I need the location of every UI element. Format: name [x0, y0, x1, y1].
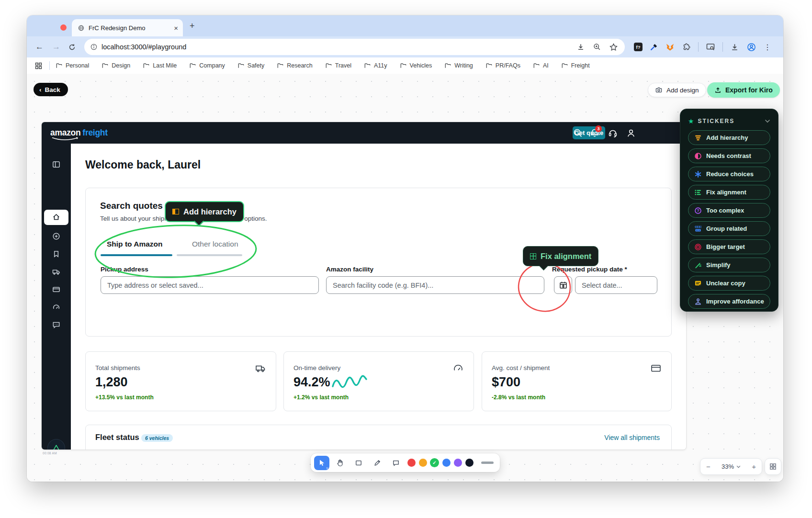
color-swatch-black[interactable] [465, 459, 474, 467]
view-all-shipments-link[interactable]: View all shipments [604, 434, 660, 441]
grid-view-button[interactable] [765, 458, 781, 475]
color-swatch-orange[interactable] [419, 459, 427, 467]
downloads-toolbar-icon[interactable] [730, 43, 739, 52]
bookmark-folder[interactable]: Personal [56, 62, 89, 69]
sidebar-item-shipments[interactable] [52, 267, 61, 276]
bookmark-folder[interactable]: Company [189, 62, 225, 69]
color-swatch-red[interactable] [407, 459, 416, 467]
sticker-fix-alignment[interactable]: Fix alignment [523, 246, 598, 266]
forward-nav-icon: → [52, 42, 60, 52]
search-icon[interactable] [573, 128, 583, 138]
select-tool-button[interactable]: v [314, 456, 329, 470]
bookmark-folder[interactable]: Research [277, 62, 313, 69]
metamask-extension-icon[interactable] [665, 43, 675, 52]
extensions-puzzle-icon[interactable] [682, 43, 691, 52]
calendar-button[interactable] [554, 276, 572, 294]
sticker-fix-alignment-item[interactable]: Fix alignment [688, 185, 770, 200]
bookmark-folder[interactable]: Safety [237, 62, 264, 69]
pencil-tool-button[interactable] [369, 456, 385, 470]
profile-avatar-icon[interactable] [746, 42, 756, 52]
stickers-panel: ★ STICKERS Add hierarchy Needs contrast [680, 109, 778, 312]
rectangle-tool-button[interactable] [350, 456, 367, 470]
color-swatch-purple[interactable] [454, 459, 462, 467]
stroke-width-sample[interactable] [481, 462, 494, 464]
bookmark-folder[interactable]: Design [102, 62, 130, 69]
tab-close-icon[interactable]: × [174, 24, 178, 32]
sidebar-item-saved[interactable] [52, 249, 61, 259]
sticker-unclear-copy-item[interactable]: Unclear copy [688, 276, 770, 291]
download-icon[interactable] [576, 43, 585, 51]
browser-tab[interactable]: FrC Redesign Demo × [72, 19, 183, 36]
drawing-toolbar: v ✓ [311, 453, 500, 472]
export-for-kiro-button[interactable]: Export for Kiro [707, 82, 780, 98]
pencil-icon [373, 459, 381, 467]
sticker-simplify-item[interactable]: Simplify [688, 258, 770, 272]
close-window-button[interactable] [60, 24, 67, 31]
bookmark-folder[interactable]: Travel [325, 62, 351, 69]
bookmark-folder[interactable]: Writing [444, 62, 473, 69]
notifications-bell[interactable]: 3 [589, 128, 600, 138]
sidebar-item-home[interactable] [44, 210, 68, 225]
add-design-button[interactable]: Add design [648, 83, 706, 97]
hand-tool-button[interactable] [332, 456, 348, 470]
pickup-address-label: Pickup address [101, 266, 148, 273]
zoom-control: − 33% + [700, 458, 762, 475]
inspect-device-icon[interactable] [706, 42, 715, 52]
sticker-reduce-choices-item[interactable]: Reduce choices [688, 167, 770, 181]
playground-canvas[interactable]: ‹ Back Add design Export for Kiro amazon… [27, 74, 783, 482]
zoom-page-icon[interactable] [593, 43, 601, 51]
cursor-icon [318, 459, 325, 467]
assistant-logo-button[interactable] [48, 439, 65, 450]
zoom-out-button[interactable]: − [706, 462, 710, 471]
eyedropper-extension-icon[interactable] [650, 43, 658, 51]
bookmark-folder[interactable]: PR/FAQs [485, 62, 520, 69]
bookmark-folder[interactable]: Last Mile [143, 62, 177, 69]
font-extension-icon[interactable]: f? [634, 43, 643, 51]
apps-grid-icon[interactable] [34, 62, 43, 70]
comment-tool-button[interactable] [388, 456, 404, 470]
bookmark-folder[interactable]: Vehicles [400, 62, 432, 69]
collapse-panel-icon[interactable] [52, 160, 61, 169]
account-person-icon[interactable] [626, 128, 636, 138]
sticker-needs-contrast-item[interactable]: Needs contrast [688, 148, 770, 163]
camera-icon [655, 86, 663, 94]
tab-ship-to-amazon[interactable]: Ship to Amazon [107, 240, 163, 248]
amazon-facility-input[interactable] [326, 276, 544, 294]
sticker-add-hierarchy[interactable]: Add hierarchy [165, 201, 244, 222]
stat-card-on-time-delivery: On-time delivery 94.2% +1.2% vs last mon… [283, 351, 474, 411]
design-artboard[interactable]: amazonfreight Get quote 3 [42, 122, 686, 450]
hand-icon [336, 459, 344, 467]
back-nav-icon[interactable]: ← [35, 42, 44, 52]
bookmark-star-icon[interactable] [609, 43, 618, 52]
new-tab-button[interactable]: + [190, 21, 195, 31]
sticker-add-hierarchy-item[interactable]: Add hierarchy [688, 130, 770, 145]
zoom-in-button[interactable]: + [752, 462, 756, 471]
bookmark-folder[interactable]: Freight [561, 62, 590, 69]
chevron-down-icon[interactable] [765, 119, 770, 123]
reload-icon[interactable] [68, 43, 76, 51]
tab-other-location[interactable]: Other location [192, 240, 238, 248]
sticker-group-related-item[interactable]: Group related [688, 221, 770, 236]
color-swatch-blue[interactable] [442, 459, 451, 467]
sidebar-item-messages[interactable] [52, 320, 61, 329]
pencil-icon [694, 261, 702, 269]
pickup-date-input[interactable] [575, 276, 657, 294]
url-bar[interactable]: localhost:3000/#playground [84, 39, 625, 55]
support-headset-icon[interactable] [608, 128, 618, 138]
bookmark-folder[interactable]: AI [533, 62, 549, 69]
site-info-icon[interactable] [90, 43, 98, 51]
bookmark-folder[interactable]: A11y [364, 62, 387, 69]
sticker-improve-affordance-item[interactable]: Improve affordance [688, 294, 770, 309]
color-swatch-green-selected[interactable]: ✓ [430, 458, 439, 467]
zoom-level[interactable]: 33% [722, 463, 741, 470]
browser-menu-icon[interactable]: ⋮ [764, 43, 771, 52]
sticker-too-complex-item[interactable]: ? Too complex [688, 203, 770, 218]
stickers-header[interactable]: ★ STICKERS [688, 115, 770, 127]
sidebar-item-billing[interactable] [52, 285, 61, 294]
back-button[interactable]: ‹ Back [34, 83, 68, 96]
home-icon [52, 213, 61, 222]
sidebar-item-new[interactable] [52, 232, 61, 241]
sidebar-item-performance[interactable] [52, 303, 61, 312]
sticker-bigger-target-item[interactable]: Bigger target [688, 239, 770, 254]
pickup-address-input[interactable] [101, 276, 319, 294]
